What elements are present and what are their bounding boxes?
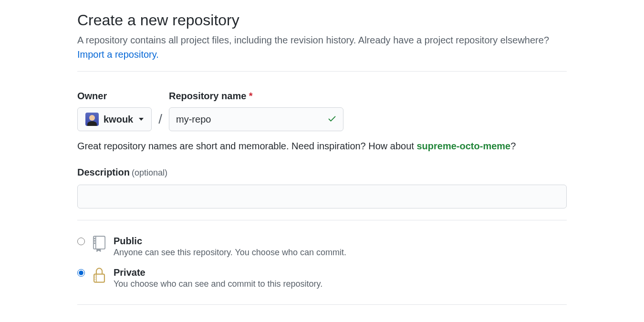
svg-point-3 <box>94 240 95 241</box>
visibility-private-row[interactable]: Private You choose who can see and commi… <box>77 262 567 294</box>
svg-point-4 <box>94 243 95 243</box>
subtitle-text: A repository contains all project files,… <box>77 35 549 45</box>
description-label-text: Description <box>77 167 130 177</box>
visibility-public-row[interactable]: Public Anyone can see this repository. Y… <box>77 231 567 262</box>
slash-separator: / <box>152 107 169 131</box>
description-input[interactable] <box>77 185 567 208</box>
private-title: Private <box>114 267 567 278</box>
private-radio[interactable] <box>77 269 85 277</box>
description-optional: (optional) <box>132 168 167 177</box>
owner-name: kwouk <box>104 114 133 125</box>
svg-point-9 <box>95 279 95 280</box>
repo-name-label-text: Repository name <box>169 91 246 101</box>
public-title: Public <box>114 236 567 247</box>
chevron-down-icon <box>139 118 144 121</box>
owner-select-button[interactable]: kwouk <box>77 107 152 131</box>
repo-name-label: Repository name * <box>169 91 343 102</box>
hint-pre: Great repository names are short and mem… <box>77 141 416 151</box>
visibility-section: Public Anyone can see this repository. Y… <box>77 220 567 305</box>
owner-label: Owner <box>77 91 152 102</box>
check-icon <box>327 114 337 125</box>
page-subtitle: A repository contains all project files,… <box>77 33 567 62</box>
page-title: Create a new repository <box>77 11 567 29</box>
name-suggestion[interactable]: supreme-octo-meme <box>416 141 510 151</box>
hint-post: ? <box>510 141 516 151</box>
private-desc: You choose who can see and commit to thi… <box>114 279 567 289</box>
svg-point-7 <box>95 275 95 276</box>
repo-name-hint: Great repository names are short and mem… <box>77 141 567 152</box>
svg-point-8 <box>95 277 95 278</box>
description-label: Description (optional) <box>77 169 167 177</box>
public-radio[interactable] <box>77 238 85 245</box>
repo-icon <box>92 236 107 252</box>
repo-name-input[interactable] <box>169 107 343 131</box>
lock-icon <box>92 267 107 283</box>
import-repo-link[interactable]: Import a repository. <box>77 49 159 60</box>
avatar <box>85 113 99 126</box>
svg-rect-5 <box>94 274 104 282</box>
svg-point-2 <box>94 238 95 239</box>
required-asterisk: * <box>249 91 253 101</box>
public-desc: Anyone can see this repository. You choo… <box>114 248 567 258</box>
